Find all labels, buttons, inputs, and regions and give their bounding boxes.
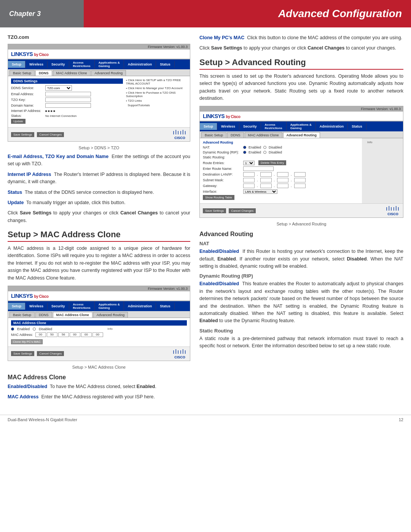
tzo-caption: Setup > DDNS > TZO (8, 145, 190, 150)
static-routing-subheading: Static Routing (199, 328, 403, 334)
nav-security[interactable]: Security (48, 61, 69, 68)
mac-tab-routing[interactable]: Advanced Routing (93, 312, 128, 318)
mac-address-para: MAC Address Enter the MAC Address regist… (8, 393, 190, 401)
dest-ip-3[interactable] (277, 172, 288, 177)
mac-logo-bar: LINKSYS by Cisco (8, 291, 190, 301)
dynamic-disabled-radio[interactable] (263, 151, 266, 154)
gateway-2[interactable] (260, 184, 272, 188)
routing-dynamic-row: Dynamic Routing (RIP): Enabled Disabled (203, 150, 359, 154)
route-name-input[interactable] (243, 166, 274, 171)
mac-tab-clone[interactable]: MAC Address Clone (53, 312, 92, 318)
tab-mac-clone[interactable]: MAC Address Clone (53, 70, 91, 76)
save-settings-btn-tzo[interactable]: Save Settings (11, 132, 34, 137)
routing-nat-row: NAT: Enabled Disabled (203, 145, 359, 149)
dest-ip-1[interactable] (243, 172, 255, 177)
clone-pc-mac-btn[interactable]: Clone My PC's MAC (11, 339, 43, 344)
routing-interface-row: Interface: LAN & Wireless (203, 189, 359, 194)
mac-address-clone-subsection: MAC Address Clone (8, 374, 190, 381)
mac-nav-access[interactable]: AccessRestrictions (69, 301, 95, 311)
nav-status[interactable]: Status (156, 61, 175, 68)
nav-wireless[interactable]: Wireless (25, 61, 48, 68)
mac-content: MAC Address Clone Enabled Disabled MAC A… (8, 318, 190, 347)
ddns-status-value: No Internet Connection (45, 114, 76, 118)
show-routing-table-btn[interactable]: Show Routing Table (203, 195, 234, 200)
tzo-help: • Click Here to SETUP with a TZO FREE TR… (126, 78, 187, 125)
nav-setup[interactable]: Setup (8, 61, 25, 68)
save-settings-btn-mac[interactable]: Save Settings (11, 351, 34, 356)
tzo-label: TZO.com (8, 34, 190, 40)
dynamic-enabled-radio[interactable] (243, 151, 246, 154)
route-entries-select[interactable]: 1 (243, 161, 255, 165)
cancel-changes-btn-tzo[interactable]: Cancel Changes (37, 132, 64, 137)
nat-disabled-radio[interactable] (263, 146, 266, 149)
routing-nav-apps[interactable]: Applications &Gaming (287, 121, 316, 131)
page-body: TZO.com Firmware Version: v1.00.3 LINKSY… (0, 27, 411, 411)
mac-buttons: Save Settings Cancel Changes (11, 351, 65, 356)
subnet-4[interactable] (294, 178, 306, 182)
routing-nav-admin[interactable]: Administration (316, 123, 348, 130)
mac-box-2[interactable]: 50 (47, 332, 57, 337)
tab-basic-setup[interactable]: Basic Setup (10, 70, 35, 76)
subnet-1[interactable] (243, 178, 255, 182)
mac-nav-security[interactable]: Security (48, 303, 69, 310)
mac-footer: Save Settings Cancel Changes ılıılı CISC… (8, 347, 190, 361)
subnet-2[interactable] (260, 178, 272, 182)
mac-box-6[interactable]: 00 (92, 332, 103, 337)
mac-box-4[interactable]: 00 (70, 332, 80, 337)
mac-box-5[interactable]: 00 (81, 332, 92, 337)
delete-entry-btn[interactable]: Delete This Entry (258, 160, 286, 165)
routing-nav-wireless[interactable]: Wireless (217, 123, 239, 130)
nav-apps[interactable]: Applications &Gaming (95, 59, 124, 69)
tzo-buttons: Save Settings Cancel Changes (11, 132, 65, 137)
routing-nav-setup[interactable]: Setup (200, 123, 217, 130)
mac-tab-basic[interactable]: Basic Setup (10, 312, 35, 318)
routing-tab-basic[interactable]: Basic Setup (201, 132, 226, 138)
internet-ip-para: Internet IP Address The Router's Interne… (8, 171, 190, 186)
mac-tab-ddns[interactable]: DDNS (35, 312, 52, 318)
tzo-key-input[interactable] (45, 97, 91, 102)
save-settings-btn-routing[interactable]: Save Settings (203, 208, 226, 213)
routing-static-label-row: Static Routing: (203, 155, 359, 159)
cancel-changes-btn-routing[interactable]: Cancel Changes (229, 208, 256, 213)
subnet-3[interactable] (277, 178, 288, 182)
ddns-service-select[interactable]: TZO.com (45, 85, 72, 91)
gateway-3[interactable] (277, 184, 288, 188)
routing-tab-ddns[interactable]: DDNS (227, 132, 244, 138)
update-button[interactable]: Update (11, 119, 25, 124)
dest-ip-2[interactable] (260, 172, 272, 177)
routing-tab-mac[interactable]: MAC Address Clone (245, 132, 282, 138)
dest-ip-4[interactable] (294, 172, 306, 177)
routing-nav-access[interactable]: AccessRestrictions (261, 121, 287, 131)
mac-nav-admin[interactable]: Administration (124, 303, 156, 310)
email-input[interactable] (45, 92, 91, 96)
nav-admin[interactable]: Administration (124, 61, 156, 68)
nav-access[interactable]: AccessRestrictions (69, 59, 95, 69)
domain-name-input[interactable] (45, 103, 91, 108)
mac-section-heading: Setup > MAC Address Clone (8, 230, 190, 242)
mac-nav-status[interactable]: Status (156, 303, 175, 310)
enabled-radio[interactable] (11, 328, 14, 331)
dynamic-para: Enabled/Disabled This feature enables th… (199, 280, 403, 324)
routing-nav: Setup Wireless Security AccessRestrictio… (200, 121, 403, 131)
tab-adv-routing[interactable]: Advanced Routing (91, 70, 126, 76)
tab-ddns[interactable]: DDNS (35, 70, 52, 76)
mac-nav-setup[interactable]: Setup (8, 303, 25, 310)
linksys-logo-mac: LINKSYS by Cisco (11, 293, 48, 299)
tzo-email-row: Email Address: (11, 92, 123, 96)
disabled-radio[interactable] (33, 328, 36, 331)
cancel-changes-btn-mac[interactable]: Cancel Changes (37, 351, 64, 356)
interface-select[interactable]: LAN & Wireless (243, 189, 277, 194)
routing-nav-security[interactable]: Security (239, 123, 261, 130)
gateway-1[interactable] (243, 184, 255, 188)
routing-nav-status[interactable]: Status (348, 123, 366, 130)
routing-tab-adv[interactable]: Advanced Routing (283, 132, 320, 138)
footer-right: 12 (399, 417, 403, 422)
routing-dest-row: Destination LAN/IP: . . . (203, 172, 359, 177)
tzo-ip-row: Internet IP Address: ■ ■ ■ ■ (11, 109, 123, 113)
mac-box-1[interactable]: 00 (35, 332, 46, 337)
mac-nav-wireless[interactable]: Wireless (25, 303, 48, 310)
mac-box-3[interactable]: 56 (58, 332, 69, 337)
gateway-4[interactable] (294, 184, 306, 188)
mac-nav-apps[interactable]: Applications &Gaming (95, 301, 124, 311)
nat-enabled-radio[interactable] (243, 146, 246, 149)
